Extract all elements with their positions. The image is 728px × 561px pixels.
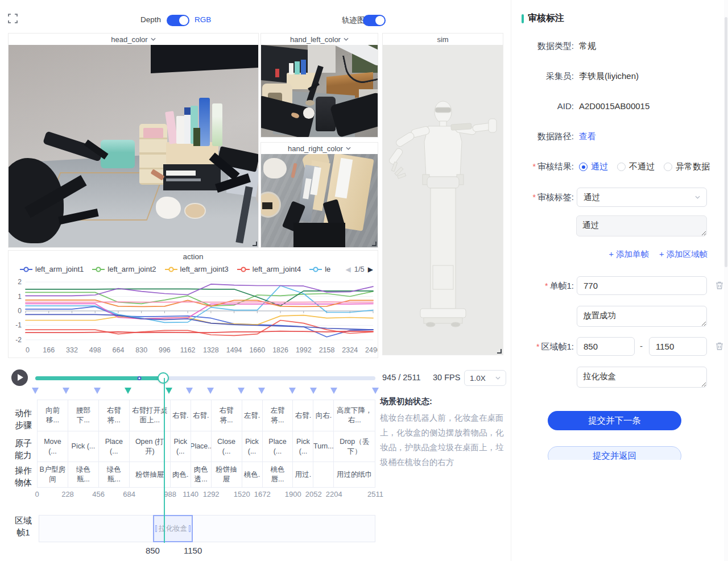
play-button[interactable] <box>11 369 28 386</box>
single-frame-input[interactable] <box>577 276 707 295</box>
step-column[interactable]: 左臂.Pick (...桃色. <box>242 400 263 488</box>
playhead-line[interactable] <box>164 378 165 543</box>
step-marker[interactable] <box>310 388 317 394</box>
review-tag-value: 通过 <box>584 192 600 203</box>
step-marker[interactable] <box>330 388 337 394</box>
resize-corner[interactable] <box>372 242 377 246</box>
radio-icon <box>617 163 626 171</box>
head-camera-header[interactable]: head_color <box>9 34 258 45</box>
step-marker[interactable] <box>207 388 214 394</box>
panel-title: 审核标注 <box>522 13 564 24</box>
svg-text:2324: 2324 <box>342 346 358 354</box>
submit-next-button[interactable]: 提交并下一条 <box>548 411 681 430</box>
step-marker[interactable] <box>289 388 296 394</box>
legend-item[interactable]: left_arm_joint3 <box>165 265 229 273</box>
step-marker[interactable] <box>125 388 131 394</box>
step-object-cell: 肉色. <box>171 462 191 488</box>
legend-next-icon[interactable]: ▶ <box>368 266 373 273</box>
sim-panel-title: sim <box>437 35 448 44</box>
submit-return-button[interactable]: 提交并返回 <box>548 446 681 460</box>
step-marker[interactable] <box>63 388 69 394</box>
resize-corner[interactable] <box>497 349 502 354</box>
sim-robot <box>383 45 503 355</box>
region-frame-note[interactable]: 拉化妆盒 <box>577 367 707 388</box>
frame-axis-tick: 1900 <box>285 490 301 498</box>
panel-scrollbar[interactable] <box>724 0 728 561</box>
add-single-frame-link[interactable]: + 添加单帧 <box>609 249 650 260</box>
legend-item[interactable]: left_arm_joint2 <box>92 265 156 273</box>
step-column[interactable]: 向右.Turn... <box>313 400 334 488</box>
step-action-cell: 左臂. <box>242 400 262 431</box>
step-column[interactable]: 高度下降，右...Drop（丢下）用过的纸巾 <box>334 400 375 488</box>
view-link[interactable]: 查看 <box>579 131 596 142</box>
svg-text:332: 332 <box>66 346 78 354</box>
svg-text:2158: 2158 <box>319 346 335 354</box>
step-marker[interactable] <box>238 388 245 394</box>
head-camera-title: head_color <box>111 35 147 44</box>
slider-fill <box>35 376 163 380</box>
resize-corner[interactable] <box>253 242 257 246</box>
fullscreen-icon[interactable] <box>8 14 18 23</box>
hand-left-camera-header[interactable]: hand_left_color <box>261 34 378 45</box>
svg-text:-2: -2 <box>15 336 22 344</box>
step-marker[interactable] <box>258 388 265 394</box>
review-result-radio-selected[interactable]: 通过 <box>579 161 608 172</box>
step-marker[interactable] <box>372 388 379 394</box>
step-marker[interactable] <box>166 388 172 394</box>
review-tag-select[interactable]: 通过 <box>577 188 707 207</box>
add-region-frame-link[interactable]: + 添加区域帧 <box>659 249 708 260</box>
step-column[interactable]: 腰部下...Pick (...绿色瓶... <box>68 400 99 488</box>
step-column[interactable]: 右臂.Place..肉色透... <box>191 400 212 488</box>
step-column[interactable]: 左臂将...Place (...桃色唇... <box>263 400 293 488</box>
svg-text:1494: 1494 <box>226 346 242 354</box>
hand-left-camera-image <box>261 45 378 137</box>
svg-text:2: 2 <box>18 278 22 286</box>
single-frame-dot[interactable] <box>138 376 142 380</box>
step-object-cell: 用过的纸巾 <box>334 462 375 488</box>
legend-item[interactable]: left_arm_joint4 <box>237 265 301 273</box>
step-column[interactable]: 右臂.Pick (...肉色. <box>171 400 191 488</box>
single-frame-note[interactable]: 放置成功 <box>577 306 707 327</box>
delete-region-frame-icon[interactable] <box>715 342 724 351</box>
mirror <box>151 45 258 73</box>
frame-axis-tick: 2052 <box>305 490 322 498</box>
legend-item[interactable]: left_arm_joint1 <box>20 265 84 273</box>
step-marker[interactable] <box>32 388 39 394</box>
legend-marker <box>309 267 322 272</box>
hand-right-camera-panel: hand_right_color <box>260 142 378 248</box>
legend-prev-icon[interactable]: ◀ <box>345 266 350 273</box>
speed-value: 1.0X <box>470 374 486 383</box>
step-object-cell: B户型房间 <box>38 462 68 488</box>
review-tag-label: *审核标签: <box>522 192 574 203</box>
depth-rgb-toggle[interactable] <box>167 15 189 26</box>
step-column[interactable]: 向前移...Move (...B户型房间 <box>38 400 68 488</box>
chart-legend: left_arm_joint1 left_arm_joint2 left_arm… <box>9 263 378 276</box>
step-object-cell: 粉饼抽屉 <box>212 462 242 488</box>
review-result-radio-option[interactable]: 不通过 <box>617 161 655 172</box>
region-handle-right[interactable] <box>189 525 191 532</box>
scrollbar-thumb[interactable] <box>725 17 727 267</box>
region-start-input[interactable] <box>577 337 635 356</box>
step-column[interactable]: 右臂将...Place (...绿色瓶... <box>99 400 130 488</box>
sim-panel-header: sim <box>383 34 503 45</box>
step-marker[interactable] <box>186 388 193 394</box>
region-end-input[interactable] <box>649 337 707 356</box>
review-comment-textarea[interactable]: 通过 <box>576 215 707 236</box>
region-track[interactable]: 拉化妆盒 <box>39 515 375 542</box>
timeline-slider[interactable] <box>35 374 375 382</box>
step-column[interactable]: 右臂将...Close (...粉饼抽屉 <box>212 400 242 488</box>
svg-text:-1: -1 <box>15 321 22 329</box>
trajectory-toggle[interactable] <box>363 15 386 26</box>
frame-axis-tick: 1520 <box>234 490 250 498</box>
step-marker[interactable] <box>94 388 101 394</box>
hand-right-camera-header[interactable]: hand_right_color <box>261 143 378 154</box>
legend-item[interactable]: le <box>309 265 330 273</box>
delete-single-frame-icon[interactable] <box>715 281 724 290</box>
svg-text:1328: 1328 <box>203 346 219 354</box>
region-segment[interactable]: 拉化妆盒 <box>153 515 193 542</box>
region-handle-left[interactable] <box>155 525 157 532</box>
speed-select[interactable]: 1.0X <box>464 370 506 386</box>
review-result-radio-option[interactable]: 异常数据 <box>664 161 710 172</box>
step-column[interactable]: 右臂.Pick (...用过. <box>293 400 313 488</box>
step-ability-cell: Place (... <box>263 431 293 462</box>
